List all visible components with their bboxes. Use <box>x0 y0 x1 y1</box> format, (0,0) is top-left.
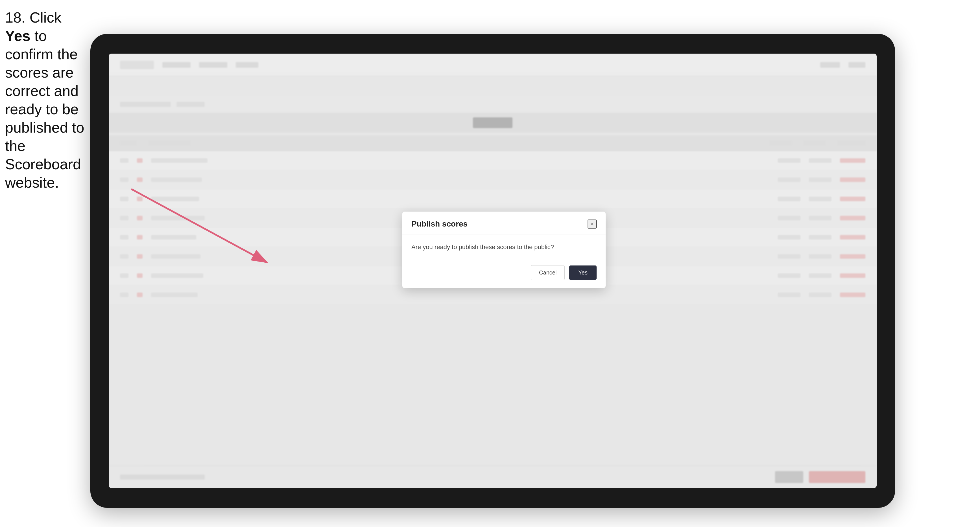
modal-header: Publish scores × <box>402 211 606 235</box>
tablet-screen: Publish scores × Are you ready to publis… <box>109 54 877 488</box>
step-number: 18. <box>5 9 25 26</box>
cancel-button[interactable]: Cancel <box>531 265 565 280</box>
modal-body: Are you ready to publish these scores to… <box>402 235 606 260</box>
modal-close-button[interactable]: × <box>587 219 597 229</box>
instruction-bold: Yes <box>5 28 30 44</box>
publish-scores-modal: Publish scores × Are you ready to publis… <box>402 211 606 288</box>
modal-title: Publish scores <box>411 219 468 229</box>
yes-button[interactable]: Yes <box>569 265 597 280</box>
modal-message: Are you ready to publish these scores to… <box>411 242 597 252</box>
tablet-device: Publish scores × Are you ready to publis… <box>90 34 895 508</box>
instruction-text-part2: to confirm the scores are correct and re… <box>5 28 84 191</box>
instruction-text-part1: Click <box>25 9 61 26</box>
modal-overlay: Publish scores × Are you ready to publis… <box>109 54 877 488</box>
instruction-text: 18. Click Yes to confirm the scores are … <box>5 8 87 192</box>
modal-footer: Cancel Yes <box>402 260 606 288</box>
